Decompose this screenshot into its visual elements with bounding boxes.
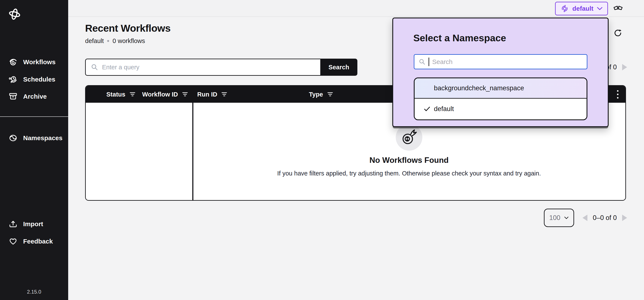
subtitle-workflow-count: 0 workflows <box>112 37 145 44</box>
filter-icon[interactable] <box>129 92 136 97</box>
sidebar-item-import[interactable]: Import <box>0 216 68 232</box>
schedules-icon <box>8 74 18 84</box>
sidebar-item-schedules[interactable]: Schedules <box>0 71 68 88</box>
namespace-option-label: backgroundcheck_namespace <box>434 84 524 92</box>
next-page-icon[interactable] <box>622 64 627 70</box>
sidebar-item-namespaces[interactable]: Namespaces <box>0 130 68 146</box>
sidebar-item-label: Archive <box>23 93 47 100</box>
workflows-icon <box>8 57 18 67</box>
sidebar-item-label: Feedback <box>23 238 53 245</box>
column-divider <box>192 86 193 200</box>
import-icon <box>8 219 18 229</box>
query-input-wrap <box>85 59 320 76</box>
archive-icon <box>8 92 18 101</box>
empty-state-title: No Workflows Found <box>370 156 448 165</box>
filter-icon[interactable] <box>182 92 188 97</box>
column-label: Status <box>106 91 126 98</box>
sidebar-item-feedback[interactable]: Feedback <box>0 233 68 250</box>
sidebar-item-label: Import <box>23 220 43 228</box>
sidebar-item-archive[interactable]: Archive <box>0 88 68 105</box>
namespace-option-backgroundcheck[interactable]: backgroundcheck_namespace <box>414 78 586 99</box>
page-head: Recent Workflows default 0 workflows <box>85 22 171 44</box>
page-range-label: 0–0 of 0 <box>593 214 617 222</box>
column-header-type: Type <box>309 91 333 98</box>
namespace-option-label: default <box>434 105 454 113</box>
filter-icon[interactable] <box>327 92 333 97</box>
sidebar-item-label: Workflows <box>23 58 56 66</box>
query-input[interactable] <box>102 64 315 71</box>
column-label: Workflow ID <box>142 91 178 98</box>
namespace-switcher-icon <box>560 4 569 13</box>
bullet-separator <box>107 40 109 42</box>
table-options-menu-icon[interactable] <box>616 89 620 100</box>
column-header-workflow-id: Workflow ID <box>142 91 188 98</box>
empty-state: No Workflows Found If you have filters a… <box>277 124 541 177</box>
namespace-search-input[interactable] <box>432 58 582 65</box>
sidebar-item-workflows[interactable]: Workflows <box>0 54 68 70</box>
namespace-switcher-label: default <box>572 5 594 12</box>
temporal-web-ui: Workflows Schedules Archive <box>0 0 644 300</box>
column-label: Type <box>309 91 323 98</box>
namespace-select-modal: Select a Namespace backgroundcheck_names… <box>392 17 609 127</box>
search-icon <box>91 64 98 71</box>
namespace-option-default[interactable]: default <box>414 99 586 119</box>
heart-icon <box>8 236 18 246</box>
chevron-down-icon <box>597 7 602 10</box>
column-label: Run ID <box>197 91 217 98</box>
chevron-down-icon <box>564 216 569 219</box>
page-size-select[interactable]: 100 <box>544 209 574 227</box>
next-page-icon[interactable] <box>622 215 627 221</box>
empty-state-badge <box>396 124 422 151</box>
sidebar: Workflows Schedules Archive <box>0 0 68 300</box>
namespace-switcher-button[interactable]: default <box>555 2 608 15</box>
namespaces-icon <box>8 133 18 143</box>
app-version: 2.15.0 <box>0 289 68 295</box>
page-size-value: 100 <box>549 214 560 222</box>
search-icon <box>419 58 426 65</box>
page-subtitle: default 0 workflows <box>85 37 171 44</box>
page-title: Recent Workflows <box>85 22 171 34</box>
pagination-bottom: 100 0–0 of 0 <box>544 209 627 227</box>
sidebar-divider <box>0 116 68 117</box>
temporal-logo-icon[interactable] <box>8 7 22 22</box>
modal-title: Select a Namespace <box>413 32 506 44</box>
previous-page-icon[interactable] <box>582 215 588 221</box>
namespace-options-list: backgroundcheck_namespace default <box>414 77 588 120</box>
sidebar-item-label: Schedules <box>23 76 55 83</box>
search-button[interactable]: Search <box>320 59 357 76</box>
column-header-status: Status <box>106 91 136 98</box>
comet-icon <box>400 129 418 146</box>
empty-state-message: If you have filters applied, try adjusti… <box>277 170 541 177</box>
namespace-search-wrap <box>414 54 588 69</box>
column-header-run-id: Run ID <box>197 91 228 98</box>
subtitle-namespace: default <box>85 37 104 44</box>
sidebar-item-label: Namespaces <box>23 134 62 142</box>
filter-icon[interactable] <box>221 92 228 97</box>
labs-mode-glasses-icon[interactable] <box>613 5 623 12</box>
workflow-search-row: Search <box>85 59 357 76</box>
refresh-button[interactable] <box>613 28 623 39</box>
text-cursor <box>428 58 429 66</box>
check-icon <box>423 105 431 113</box>
